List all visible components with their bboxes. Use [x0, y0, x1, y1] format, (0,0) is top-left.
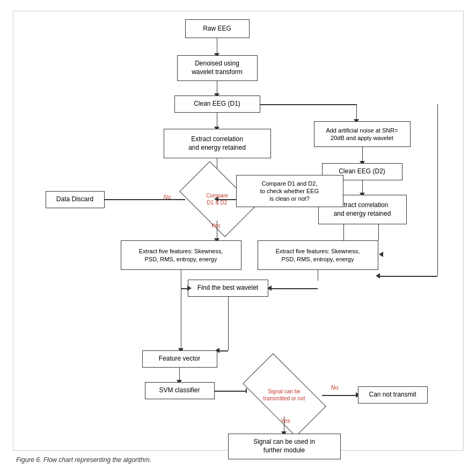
compare-diamond-label: Compare D1 & D2 [206, 192, 228, 206]
find-wavelet-label: Find the best wavelet [197, 284, 258, 292]
signal-used-box: Signal can be used in further module [228, 434, 341, 459]
clean-eeg-d2-label: Clean EEG (D2) [339, 167, 385, 176]
data-discard-box: Data Discard [46, 191, 105, 208]
yes-label-1: Yes [211, 222, 221, 229]
denoised-box: Denoised using wavelet transform [177, 55, 258, 81]
denoised-label: Denoised using wavelet transform [192, 60, 243, 76]
svm-box: SVM classifier [145, 382, 215, 399]
compare-text-label: Compare D1 and D2, to check whether EEG … [260, 180, 319, 203]
extract-features-2-box: Extract five features: Skewness, PSD, RM… [258, 240, 378, 270]
add-noise-box: Add artificial noise at SNR= 20dB and ap… [314, 121, 411, 147]
no-label-2: No [331, 384, 339, 391]
raw-eeg-box: Raw EEG [185, 19, 250, 38]
find-wavelet-box: Find the best wavelet [188, 280, 268, 297]
clean-eeg-d1-label: Clean EEG (D1) [194, 100, 240, 108]
feature-vector-label: Feature vector [159, 355, 200, 363]
flowchart: Raw EEG Denoised using wavelet transform… [13, 11, 464, 451]
signal-diamond-label: Signal can be transmitted or not [263, 388, 305, 402]
extract-corr-1-label: Extract correlation and energy retained [188, 135, 246, 152]
data-discard-label: Data Discard [56, 195, 93, 204]
extract-corr-1-box: Extract correlation and energy retained [164, 129, 271, 158]
signal-used-label: Signal can be used in further module [253, 438, 315, 455]
extract-features-1-box: Extract five features: Skewness, PSD, RM… [121, 240, 241, 270]
add-noise-label: Add artificial noise at SNR= 20dB and ap… [326, 127, 398, 142]
extract-features-2-label: Extract five features: Skewness, PSD, RM… [276, 247, 360, 263]
compare-text-box: Compare D1 and D2, to check whether EEG … [236, 175, 343, 207]
can-not-transmit-box: Can not transmit [358, 386, 428, 404]
extract-features-1-label: Extract five features: Skewness, PSD, RM… [139, 247, 223, 263]
clean-eeg-d1-box: Clean EEG (D1) [174, 96, 260, 113]
svm-label: SVM classifier [159, 386, 200, 395]
can-not-transmit-label: Can not transmit [369, 391, 416, 399]
feature-vector-box: Feature vector [142, 350, 217, 368]
caption-text: Figure 6. Flow chart representing the al… [16, 456, 151, 464]
yes-label-2: Yes [281, 417, 290, 424]
signal-diamond: Signal can be transmitted or not [247, 373, 322, 416]
raw-eeg-label: Raw EEG [203, 25, 231, 33]
